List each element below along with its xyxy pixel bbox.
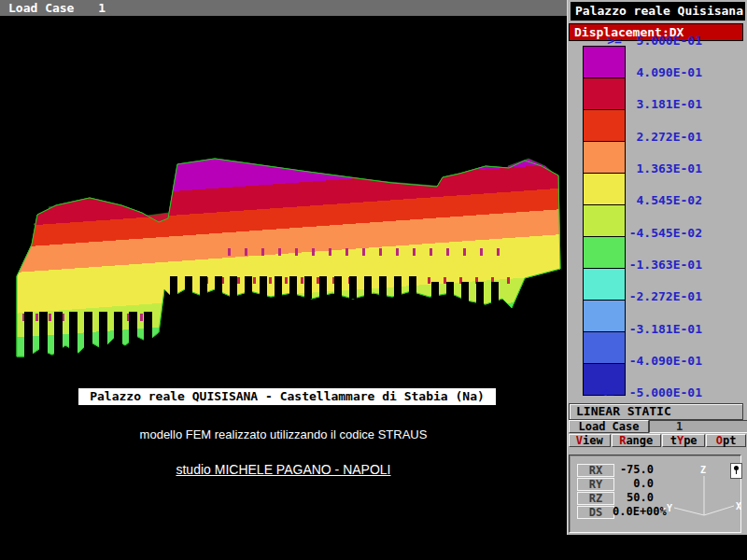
legend-colorbar [583,46,626,396]
app-window: Load Case 1 Palazzo reale QUISISANA - Ca… [0,0,747,560]
legend-value: 4.545E-02 [637,194,702,206]
model-subtitle-fem: modello FEM realizzato utilizzando il co… [0,427,567,441]
legend-value: <= -5.000E-01 [599,386,702,399]
view-info-value-ry: 0.0 [613,478,654,490]
svg-text:X: X [736,501,741,511]
view-info-box: Z -Y X RX-75.0RY0.0RZ50.0DS0.0E+00% [569,455,741,533]
control-panel: Palazzo reale Quisisana Displacement:DX … [567,0,747,560]
menu-button-view[interactable]: View [569,434,611,447]
legend-value: 3.181E-01 [637,98,702,110]
legend-value: -4.545E-02 [629,227,702,239]
legend-swatch [584,142,625,174]
load-case-button[interactable]: Load Case [569,420,649,433]
model-caption: Palazzo reale QUISISANA - Castellammare … [78,388,496,405]
legend-swatch [584,47,625,78]
load-case-title-bar: Load Case 1 [0,0,567,16]
analysis-type-label: LINEAR STATIC [569,403,743,420]
legend-value: 1.363E-01 [637,162,702,175]
legend-swatch [584,301,625,332]
legend-swatch [584,110,625,142]
view-info-value-rx: -75.0 [613,464,654,476]
legend-value: -3.181E-01 [629,323,702,335]
svg-text:Z: Z [700,465,706,475]
legend-swatch [584,174,625,205]
legend-swatch [584,332,625,364]
legend-value: >= 5.000E-01 [607,35,702,47]
view-info-value-rz: 50.0 [613,492,654,504]
menu-button-range[interactable]: Range [612,434,661,447]
legend-swatch [584,205,625,237]
menu-button-opt[interactable]: Opt [706,434,746,447]
view-info-label-rx[interactable]: RX [577,464,614,477]
pin-icon[interactable] [730,463,742,479]
model-subtitle-studio: studio MICHELE PAGANO - NAPOLI [0,462,567,477]
legend-value: -2.272E-01 [629,290,702,302]
legend-swatch [584,78,625,110]
legend-value: -4.090E-01 [629,355,702,367]
legend-swatch [584,237,625,269]
menu-button-row: ViewRangetYpeOpt [569,434,746,447]
view-info-value-ds: 0.0E+00% [613,506,674,518]
model-viewport[interactable]: Load Case 1 Palazzo reale QUISISANA - Ca… [0,0,567,560]
legend-swatch [584,269,625,301]
legend-value: 2.272E-01 [637,131,702,143]
legend-value: -1.363E-01 [629,259,702,271]
load-case-number: 1 [98,1,106,15]
legend-value: 4.090E-01 [637,66,702,78]
menu-button-type[interactable]: tYpe [662,434,706,447]
view-info-label-ds[interactable]: DS [577,506,614,519]
load-case-label: Load Case [8,1,74,15]
view-info-label-rz[interactable]: RZ [577,492,614,505]
project-title: Palazzo reale Quisisana [571,2,745,21]
panel-bottom-filler [567,535,747,560]
view-info-label-ry[interactable]: RY [577,478,614,491]
load-case-value-field[interactable]: 1 [649,420,747,433]
mesh-grid [17,159,560,357]
